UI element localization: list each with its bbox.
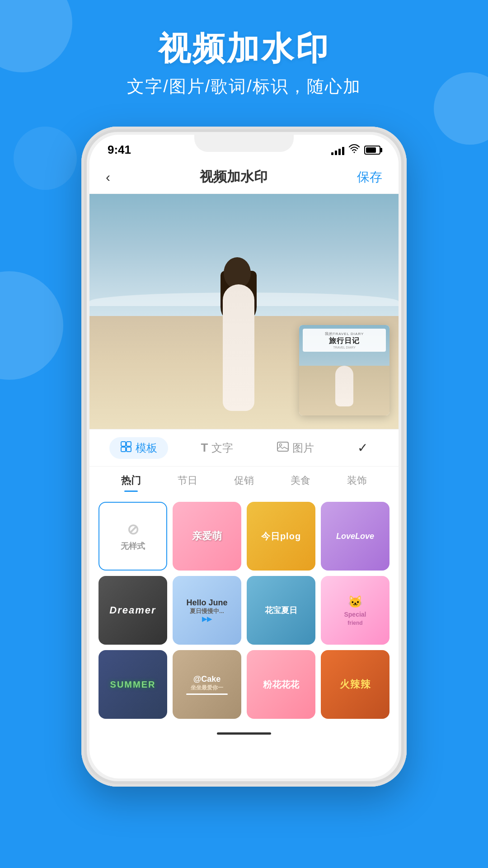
text-tab-label: 文字 <box>211 441 233 455</box>
image-icon <box>277 442 289 454</box>
sticker-dreamer-label: Dreamer <box>109 604 156 616</box>
sticker-love[interactable]: LoveLove <box>321 502 389 571</box>
sticker-cute-label: 亲爱萌 <box>192 529 222 543</box>
nav-title: 视频加水印 <box>200 168 267 186</box>
signal-icon <box>331 145 344 155</box>
svg-rect-1 <box>121 442 126 446</box>
sticker-cake[interactable]: @Cake 坐坐最爱你一 <box>173 650 241 719</box>
sticker-plog-label: 今日plog <box>261 530 301 542</box>
notch <box>194 135 294 152</box>
cat-tab-decor[interactable]: 装饰 <box>328 474 385 492</box>
sticker-cake-username: @Cake <box>193 675 221 684</box>
sticker-special-inner: 🐱 Special friend <box>344 595 366 626</box>
template-tab-label: 模板 <box>136 441 157 455</box>
sticker-dreamer[interactable]: Dreamer <box>99 576 167 645</box>
wifi-icon <box>349 144 360 156</box>
sticker-cake-bar <box>186 693 227 695</box>
status-time: 9:41 <box>108 143 131 157</box>
sticker-cute[interactable]: 亲爱萌 <box>173 502 241 571</box>
no-style-icon: ⊘ <box>127 521 139 538</box>
person-figure <box>211 257 266 411</box>
tab-text[interactable]: T 文字 <box>190 437 244 459</box>
svg-point-0 <box>354 151 355 153</box>
sticker-grid: ⊘ 无样式 亲爱萌 今日plog LoveLove Dreamer He <box>89 496 399 728</box>
phone-shell: 9:41 <box>81 127 407 787</box>
sticker-summer-blue[interactable]: 花宝夏日 <box>247 576 315 645</box>
sticker-love-label: LoveLove <box>336 532 374 541</box>
phone-mockup: 9:41 <box>81 127 407 796</box>
sticker-summer[interactable]: SUMMER <box>99 650 167 719</box>
sticker-spicy-label: 火辣辣 <box>340 678 371 691</box>
tab-template[interactable]: 模板 <box>109 437 168 459</box>
sticker-plog[interactable]: 今日plog <box>247 502 315 571</box>
cat-tab-holiday[interactable]: 节日 <box>160 474 216 492</box>
main-title: 视频加水印 <box>0 27 488 71</box>
svg-rect-4 <box>127 447 131 452</box>
sticker-no-style[interactable]: ⊘ 无样式 <box>99 502 167 571</box>
no-style-label: 无样式 <box>121 541 145 552</box>
home-bar <box>217 732 271 735</box>
sticker-special[interactable]: 🐱 Special friend <box>321 576 389 645</box>
beach-scene: 我的TRAVEL DIARY 旅行日记 TRAVEL DIARY <box>89 194 399 429</box>
sticker-hello-title: Hello June <box>186 598 227 608</box>
watermark-text-overlay: 我的TRAVEL DIARY 旅行日记 TRAVEL DIARY <box>303 329 386 352</box>
back-button[interactable]: ‹ <box>106 170 110 185</box>
toolbar: 模板 T 文字 图片 ✓ <box>89 429 399 467</box>
svg-rect-5 <box>277 442 288 451</box>
sticker-hello-june[interactable]: Hello June 夏日慢慢中... ▶▶ <box>173 576 241 645</box>
watermark-overlay-card[interactable]: 我的TRAVEL DIARY 旅行日记 TRAVEL DIARY <box>299 325 389 415</box>
home-indicator <box>89 728 399 737</box>
sticker-summer-label: SUMMER <box>110 679 156 690</box>
video-preview: 我的TRAVEL DIARY 旅行日记 TRAVEL DIARY <box>89 194 399 429</box>
template-icon <box>120 441 132 455</box>
cat-tab-hot[interactable]: 热门 <box>103 474 160 492</box>
sticker-hello-play: ▶▶ <box>202 615 212 623</box>
nav-bar: ‹ 视频加水印 保存 <box>89 160 399 194</box>
bg-decoration-3 <box>0 271 63 380</box>
status-icons <box>331 144 380 156</box>
watermark-eng-text: TRAVEL DIARY <box>306 346 382 349</box>
text-icon: T <box>201 441 208 455</box>
svg-point-6 <box>279 443 282 446</box>
card-person <box>335 366 353 406</box>
save-button[interactable]: 保存 <box>357 169 382 186</box>
image-tab-label: 图片 <box>292 441 314 455</box>
category-tabs: 热门 节日 促销 美食 装饰 <box>89 467 399 496</box>
watermark-card-inner: 我的TRAVEL DIARY 旅行日记 TRAVEL DIARY <box>299 325 389 415</box>
sticker-pink-label: 粉花花花 <box>263 679 299 691</box>
sticker-cake-sub: 坐坐最爱你一 <box>191 684 223 692</box>
sticker-spicy[interactable]: 火辣辣 <box>321 650 389 719</box>
cat-tab-promo[interactable]: 促销 <box>216 474 272 492</box>
phone-screen: 9:41 <box>89 135 399 778</box>
bg-decoration-4 <box>14 127 77 190</box>
sticker-pink-flower[interactable]: 粉花花花 <box>247 650 315 719</box>
confirm-icon: ✓ <box>357 440 368 455</box>
svg-rect-3 <box>121 447 126 452</box>
person-body <box>223 284 254 411</box>
watermark-small-text: 我的TRAVEL DIARY <box>306 331 382 336</box>
watermark-main-text: 旅行日记 <box>306 336 382 346</box>
battery-icon <box>364 146 380 155</box>
tab-confirm[interactable]: ✓ <box>347 437 379 459</box>
svg-rect-2 <box>127 442 131 446</box>
header-area: 视频加水印 文字/图片/歌词/标识，随心加 <box>0 27 488 98</box>
main-subtitle: 文字/图片/歌词/标识，随心加 <box>0 75 488 98</box>
tab-image[interactable]: 图片 <box>266 437 325 459</box>
sticker-hello-sub: 夏日慢慢中... <box>190 608 224 615</box>
sticker-summerblue-label: 花宝夏日 <box>265 605 297 616</box>
cat-tab-food[interactable]: 美食 <box>272 474 328 492</box>
